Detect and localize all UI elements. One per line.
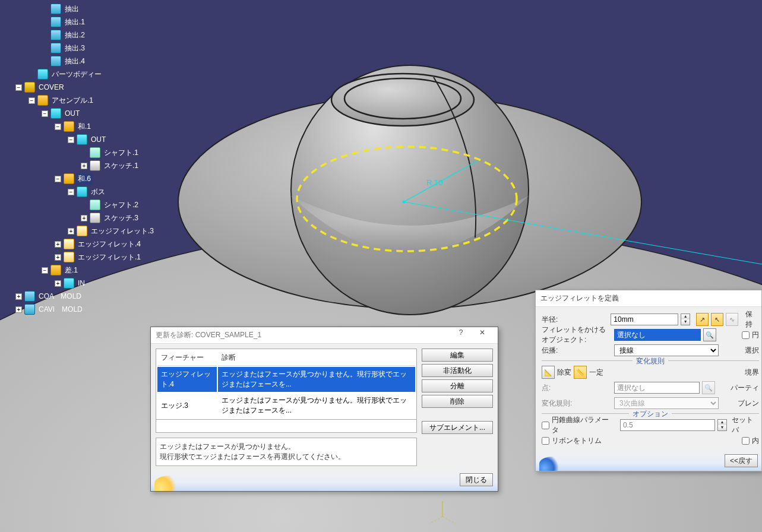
fillet-dialog-title-bar[interactable]: エッジフィレットを定義 [536,290,761,307]
isolate-button[interactable]: 分離 [422,379,493,392]
tree-item-label: シャフト.2 [102,200,140,211]
tree-item[interactable]: 抽出.3 [2,42,178,55]
expand-toggle[interactable]: − [42,267,48,274]
side-sel-label: 選択 [745,346,759,356]
trim-ribbon-check[interactable]: リボンをトリム [542,434,602,447]
side-boundary: 境界 [745,368,759,378]
expand-toggle[interactable]: + [55,280,61,287]
cell-feature: エッジ.3 [157,393,217,418]
expand-toggle[interactable]: − [42,110,48,117]
mode1-icon[interactable]: ↗ [696,313,709,326]
tree-item-label: OUT [89,135,107,144]
feature-icon [90,160,100,171]
edit-button[interactable]: 編集 [422,349,493,362]
side-party: パーティ [731,383,759,393]
mode2-icon[interactable]: ↖ [711,313,723,326]
help-button[interactable]: ? [450,328,472,343]
tree-item-label: 抽出.1 [63,17,87,28]
tree-item-label: ボス [89,186,107,198]
tree-item-label: IN [76,278,87,288]
col-feature[interactable]: フィーチャー [157,350,217,366]
expand-toggle[interactable]: + [81,163,87,169]
expand-toggle[interactable]: + [68,228,74,235]
col-diagnosis[interactable]: 診断 [218,350,415,366]
tree-item-label: アセンブル.1 [50,95,95,106]
mode3-icon[interactable]: ∿ [726,313,738,326]
tree-item[interactable]: +COA MOLD [2,290,178,303]
tree-item-label: エッジフィレット.4 [76,239,143,250]
delete-button[interactable]: 削除 [422,395,493,408]
gradual-icon[interactable]: 📐 [542,366,555,379]
expand-toggle[interactable]: − [68,137,74,143]
tree-item-label: 抽出.4 [63,56,87,67]
expand-toggle[interactable]: + [15,293,22,300]
feature-tree[interactable]: 抽出抽出.1抽出.2抽出.3抽出.4パーツボディー−COVER−アセンブル.1−… [0,0,178,316]
diagnosis-table[interactable]: フィーチャー 診断 エッジフィレット.4エッジまたはフェースが見つかりません。現… [156,349,417,420]
expand-toggle[interactable]: + [15,306,22,313]
dialog-title: 更新を診断: COVER_SAMPLE_1 [156,330,261,340]
expand-toggle[interactable]: − [55,124,61,130]
expand-toggle[interactable]: − [29,97,35,104]
expand-toggle[interactable]: − [68,189,74,195]
tree-item[interactable]: −COVER [2,81,178,94]
feature-icon [64,252,74,262]
radius-input[interactable] [611,314,678,325]
label-propagation: 伝播: [542,346,612,356]
tree-item[interactable]: 抽出 [2,2,178,15]
tree-item[interactable]: +エッジフィレット.3 [2,224,178,238]
tree-item[interactable]: −和.6 [2,172,178,185]
subelement-button[interactable]: サブエレメント... [422,421,493,434]
tree-item[interactable]: −アセンブル.1 [2,94,178,107]
tree-item[interactable]: 抽出.2 [2,28,178,42]
dialog-title-bar[interactable]: 更新を診断: COVER_SAMPLE_1 ? ✕ [151,327,498,344]
feature-icon [64,121,74,132]
tree-item[interactable]: +スケッチ.1 [2,159,178,172]
table-row[interactable]: エッジ.3エッジまたはフェースが見つかりません。現行形状でエッジまたはフェースを… [157,393,415,418]
feature-icon [50,108,61,119]
tree-item[interactable]: −OUT [2,133,178,146]
tree-item[interactable]: パーツボディー [2,68,178,81]
tree-item[interactable]: 抽出.4 [2,55,178,68]
feature-icon [37,69,48,80]
tree-item[interactable]: +IN [2,277,178,290]
propagation-select[interactable]: 接線 [614,344,719,356]
side-inner-check[interactable]: 内 [742,434,759,447]
radius-spinner[interactable]: ▲▼ [681,314,690,325]
tree-item[interactable]: −ボス [2,185,178,198]
expand-toggle[interactable]: − [55,176,61,182]
conic-check[interactable]: 円錐曲線パラメータ [542,419,613,432]
expand-toggle[interactable]: + [55,241,61,248]
tree-item-label: エッジフィレット.1 [76,252,143,263]
tree-item[interactable]: シャフト.1 [2,146,178,159]
tree-item[interactable]: シャフト.2 [2,198,178,211]
expand-toggle[interactable]: + [55,254,61,261]
fillet-dialog-title: エッジフィレットを定義 [540,293,619,303]
constant-icon[interactable]: 📏 [574,366,587,379]
tree-item[interactable]: −差.1 [2,264,178,277]
feature-icon [77,134,87,145]
tree-item[interactable]: +スケッチ.3 [2,211,178,224]
close-button[interactable]: ✕ [472,328,493,343]
cell-diagnosis: エッジまたはフェースが見つかりません。現行形状でエッジまたはフェースを... [218,393,415,418]
varlaw-select: 3次曲線 [614,397,719,409]
gradual-label: 除変 [557,368,571,378]
tree-item[interactable]: +エッジフィレット.1 [2,251,178,264]
tree-item[interactable]: 抽出.1 [2,15,178,28]
close-dialog-button[interactable]: 閉じる [460,473,493,486]
table-row[interactable]: エッジフィレット.4エッジまたはフェースが見つかりません。現行形状でエッジまたは… [157,367,415,392]
edge-fillet-dialog: エッジフィレットを定義 半径: ▲▼ ↗ ↖ ∿ 保持 フィレットをかけるオブジ… [535,290,762,471]
back-button[interactable]: <<戻す [725,454,758,467]
tree-item[interactable]: +エッジフィレット.4 [2,238,178,251]
tree-item[interactable]: +CAVI MOLD [2,303,178,316]
object-input[interactable] [614,329,701,341]
object-picker-icon[interactable]: 🔍 [703,328,716,341]
side-circle-check[interactable]: 円 [742,328,759,341]
expand-toggle[interactable]: − [15,84,22,91]
feature-icon [77,186,87,197]
section-option: オプション [629,409,672,419]
deactivate-button[interactable]: 非活動化 [422,364,493,377]
tree-item[interactable]: −和.1 [2,120,178,133]
tree-item[interactable]: −OUT [2,107,178,120]
conic-input [620,419,715,431]
expand-toggle[interactable]: + [81,215,87,221]
